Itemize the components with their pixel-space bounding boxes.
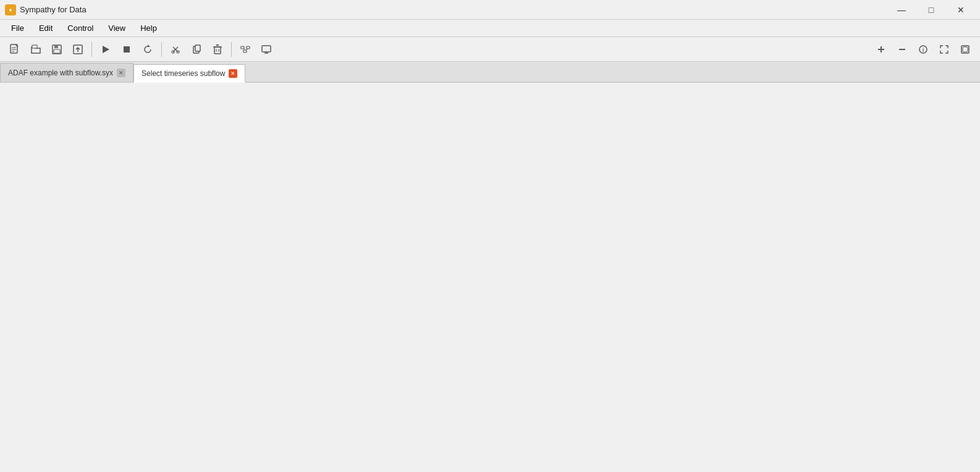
tabs-bar: ADAF example with subflow.syx ✕ Select t… (0, 62, 980, 83)
svg-text:♦: ♦ (9, 7, 12, 13)
fit-button[interactable] (934, 40, 954, 59)
info-button[interactable]: i (913, 40, 933, 59)
toolbar-new-button[interactable] (5, 40, 25, 59)
tab-select-close[interactable]: ✕ (229, 69, 237, 78)
svg-marker-11 (103, 46, 109, 53)
canvas-wrapper: Port (0, 83, 980, 472)
close-button[interactable]: ✕ (947, 0, 975, 20)
actual-size-button[interactable] (955, 40, 975, 59)
zoom-in-button[interactable] (871, 40, 891, 59)
toolbar-display-button[interactable] (256, 40, 276, 59)
svg-rect-20 (214, 47, 221, 54)
window-controls: — □ ✕ (887, 0, 975, 20)
toolbar-delete-button[interactable] (208, 40, 227, 59)
toolbar-copy-button[interactable] (187, 40, 206, 59)
svg-rect-39 (963, 47, 968, 52)
toolbar-refresh-button[interactable] (138, 40, 158, 59)
menu-help[interactable]: Help (134, 21, 163, 35)
zoom-out-button[interactable] (892, 40, 912, 59)
tab-adaf-label: ADAF example with subflow.syx (8, 69, 113, 77)
app-window: ♦ Sympathy for Data — □ ✕ File Edit Cont… (0, 0, 980, 472)
toolbar-stop-button[interactable] (117, 40, 137, 59)
tab-adaf-example[interactable]: ADAF example with subflow.syx ✕ (0, 63, 133, 82)
menu-file[interactable]: File (5, 21, 30, 35)
svg-marker-13 (148, 44, 150, 47)
svg-rect-25 (241, 46, 244, 49)
svg-rect-12 (124, 46, 130, 53)
toolbar-subflow-button[interactable] (235, 40, 255, 59)
tab-select-timeseries[interactable]: Select timeseries subflow ✕ (133, 64, 245, 83)
svg-rect-30 (262, 46, 271, 52)
title-bar: ♦ Sympathy for Data — □ ✕ (0, 0, 980, 20)
minimize-button[interactable]: — (887, 0, 916, 20)
svg-rect-8 (54, 45, 58, 48)
svg-text:i: i (923, 47, 924, 53)
svg-rect-19 (195, 45, 200, 51)
toolbar-open-button[interactable] (26, 40, 46, 59)
maximize-button[interactable]: □ (917, 0, 945, 20)
toolbar-play-button[interactable] (96, 40, 116, 59)
tab-adaf-close[interactable]: ✕ (117, 69, 125, 77)
toolbar-save-button[interactable] (47, 40, 67, 59)
app-title: Sympathy for Data (20, 5, 884, 14)
tab-select-label: Select timeseries subflow (142, 69, 225, 78)
toolbar-export-button[interactable] (68, 40, 88, 59)
svg-rect-26 (247, 46, 250, 49)
menu-view[interactable]: View (102, 21, 132, 35)
menu-bar: File Edit Control View Help (0, 20, 980, 37)
svg-rect-6 (32, 45, 37, 48)
toolbar-cut-button[interactable] (166, 40, 185, 59)
svg-rect-27 (243, 50, 247, 53)
svg-rect-9 (54, 49, 60, 53)
toolbar: i (0, 37, 980, 62)
menu-edit[interactable]: Edit (33, 21, 59, 35)
menu-control[interactable]: Control (61, 21, 99, 35)
app-icon: ♦ (5, 4, 16, 15)
toolbar-right: i (871, 40, 975, 59)
